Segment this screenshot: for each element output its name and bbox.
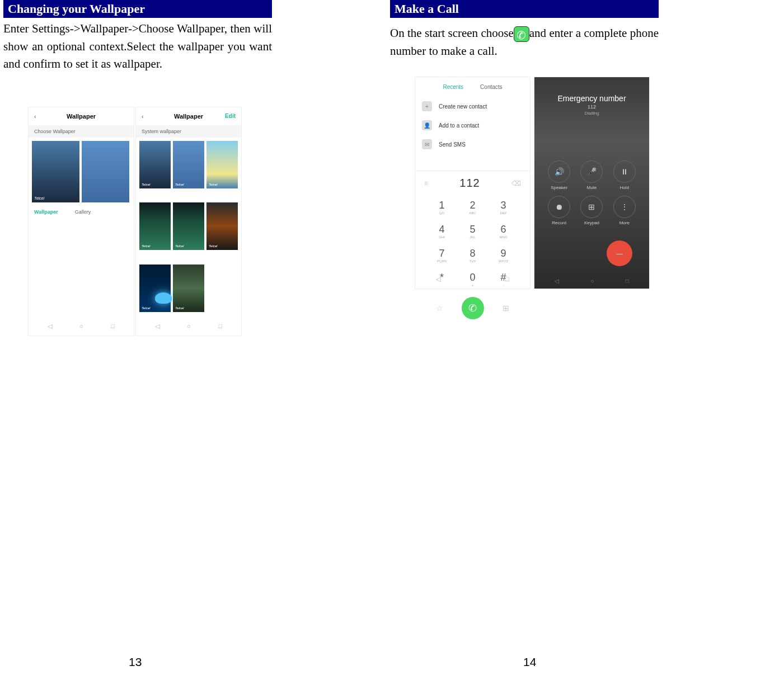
wallpaper-thumb[interactable]: Telcel — [206, 202, 238, 250]
keypad-button[interactable]: ⊞ Keypad — [578, 196, 605, 225]
nav-recent-icon[interactable]: □ — [218, 323, 222, 330]
keypad-icon: ⊞ — [580, 196, 603, 218]
call-button[interactable]: ✆ — [462, 297, 484, 319]
wallpaper-thumb-moon[interactable] — [82, 141, 129, 202]
mute-icon: 🎤 — [580, 160, 603, 183]
wallpaper-screen-system: ‹ Wallpaper Edit System wallpaper Telcel… — [135, 107, 242, 336]
dialer-actions: + Create new contact 👤 Add to a contact … — [415, 97, 530, 154]
nav-home-icon[interactable]: ○ — [79, 323, 83, 330]
page-number-left: 13 — [129, 655, 142, 669]
nav-back-icon[interactable]: ◁ — [48, 323, 52, 330]
wallpaper-tabs: Wallpaper Gallery — [29, 206, 134, 218]
wallpaper-screenshots: ‹ Wallpaper Choose Wallpaper Telcel Wall… — [28, 107, 272, 336]
nav-bar: ◁ ○ □ — [136, 317, 241, 336]
nav-recent-icon[interactable]: □ — [505, 276, 509, 283]
keypad-toggle-icon[interactable]: ⊞ — [503, 304, 509, 313]
dialed-number: 112 — [459, 177, 480, 190]
system-wallpaper-label: System wallpaper — [136, 125, 241, 138]
incall-background: Emergency number 112 Dialling 🔊 Speaker … — [534, 77, 649, 289]
keypad-key-3[interactable]: 3DEF — [488, 195, 519, 219]
menu-icon[interactable]: ≡ — [424, 180, 428, 187]
wallpaper-thumb[interactable]: Telcel — [139, 141, 171, 188]
back-icon[interactable]: ‹ — [142, 113, 144, 120]
incall-controls: 🔊 Speaker 🎤 Mute ⏸ Hold ⏺ Record — [534, 160, 649, 225]
sms-icon: ✉ — [422, 139, 432, 149]
section-header-call: Make a Call — [390, 0, 659, 18]
dialer-screen: Recents Contacts + Create new contact 👤 … — [415, 77, 531, 289]
contacts-tab[interactable]: Contacts — [480, 84, 502, 90]
gallery-tab[interactable]: Gallery — [75, 209, 91, 215]
wallpaper-body-text: Enter Settings->Wallpaper->Choose Wallpa… — [3, 20, 272, 73]
wallpaper-header: ‹ Wallpaper Edit — [136, 107, 241, 125]
record-icon: ⏺ — [548, 196, 570, 218]
favorite-icon[interactable]: ☆ — [436, 304, 443, 313]
call-screenshots: Recents Contacts + Create new contact 👤 … — [415, 77, 659, 289]
choose-wallpaper-label: Choose Wallpaper — [29, 125, 134, 138]
wallpaper-tab[interactable]: Wallpaper — [34, 209, 58, 215]
wallpaper-grid: Telcel — [29, 138, 134, 206]
wallpaper-thumb[interactable]: Telcel — [139, 202, 171, 250]
keypad-key-6[interactable]: 6MNO — [488, 219, 519, 243]
keypad-key-5[interactable]: 5JKL — [457, 219, 488, 243]
wallpaper-screen-choose: ‹ Wallpaper Choose Wallpaper Telcel Wall… — [28, 107, 134, 336]
right-page: Make a Call On the start screen choosean… — [390, 0, 659, 289]
record-button[interactable]: ⏺ Record — [546, 196, 572, 225]
wallpaper-thumb[interactable]: Telcel — [139, 265, 171, 312]
speaker-button[interactable]: 🔊 Speaker — [546, 160, 572, 190]
backspace-icon[interactable]: ⌫ — [511, 180, 521, 187]
nav-back-icon[interactable]: ◁ — [555, 278, 559, 284]
add-contact-icon: + — [422, 101, 432, 111]
send-sms-action[interactable]: ✉ Send SMS — [422, 135, 523, 154]
nav-bar: ◁ ○ □ — [415, 270, 530, 289]
edit-button[interactable]: Edit — [225, 113, 236, 119]
add-to-contact-action[interactable]: 👤 Add to a contact — [422, 116, 523, 135]
keypad-key-1[interactable]: 1QO — [426, 195, 457, 219]
keypad-key-8[interactable]: 8TUV — [457, 243, 488, 267]
incall-screen: Emergency number 112 Dialling 🔊 Speaker … — [534, 77, 650, 289]
wallpaper-title: Wallpaper — [67, 113, 96, 120]
keypad-key-7[interactable]: 7PQRS — [426, 243, 457, 267]
wallpaper-thumb[interactable]: Telcel — [173, 265, 204, 312]
dialer-tabs: Recents Contacts — [415, 77, 530, 97]
wallpaper-header: ‹ Wallpaper — [29, 107, 134, 125]
nav-home-icon[interactable]: ○ — [590, 278, 594, 284]
wallpaper-thumb[interactable]: Telcel — [173, 202, 204, 250]
contact-icon: 👤 — [422, 120, 432, 130]
mute-button[interactable]: 🎤 Mute — [578, 160, 605, 190]
end-call-button[interactable]: ⏤ — [607, 240, 632, 266]
back-icon[interactable]: ‹ — [34, 113, 36, 120]
call-body-text: On the start screen chooseand enter a co… — [390, 25, 659, 60]
create-contact-action[interactable]: + Create new contact — [422, 97, 523, 116]
recents-tab[interactable]: Recents — [443, 84, 463, 90]
nav-bar: ◁ ○ □ — [29, 317, 134, 336]
hold-button[interactable]: ⏸ Hold — [611, 160, 638, 190]
system-wallpaper-grid: Telcel Telcel Telcel Telcel Telcel Telce… — [136, 138, 241, 328]
more-icon: ⋮ — [613, 196, 636, 218]
keypad-key-9[interactable]: 9WXYZ — [488, 243, 519, 267]
phone-app-icon — [514, 26, 529, 42]
call-body-part1: On the start screen choose — [390, 26, 514, 40]
wallpaper-thumb-lighthouse[interactable]: Telcel — [32, 141, 79, 202]
speaker-icon: 🔊 — [548, 160, 570, 183]
nav-bar: ◁ ○ □ — [534, 273, 649, 289]
section-header-wallpaper: Changing your Wallpaper — [3, 0, 272, 18]
nav-recent-icon[interactable]: □ — [626, 278, 629, 284]
incall-number: 112 — [534, 104, 649, 110]
wallpaper-thumb[interactable]: Telcel — [206, 141, 238, 188]
nav-back-icon[interactable]: ◁ — [436, 276, 440, 283]
nav-home-icon[interactable]: ○ — [187, 323, 191, 330]
hold-icon: ⏸ — [613, 160, 636, 183]
keypad-key-2[interactable]: 2ABC — [457, 195, 488, 219]
keypad-key-4[interactable]: 4GHI — [426, 219, 457, 243]
left-page: Changing your Wallpaper Enter Settings->… — [3, 0, 272, 336]
more-button[interactable]: ⋮ More — [611, 196, 638, 225]
dial-bottom-row: ☆ ✆ ⊞ — [415, 291, 530, 325]
wallpaper-title: Wallpaper — [174, 113, 203, 120]
nav-recent-icon[interactable]: □ — [111, 323, 115, 330]
dial-number-row: ≡ 112 ⌫ — [415, 171, 530, 195]
page-number-right: 14 — [523, 655, 536, 669]
incall-status: Dialling — [534, 111, 649, 116]
nav-back-icon[interactable]: ◁ — [155, 323, 159, 330]
nav-home-icon[interactable]: ○ — [471, 276, 475, 283]
wallpaper-thumb[interactable]: Telcel — [173, 141, 204, 188]
